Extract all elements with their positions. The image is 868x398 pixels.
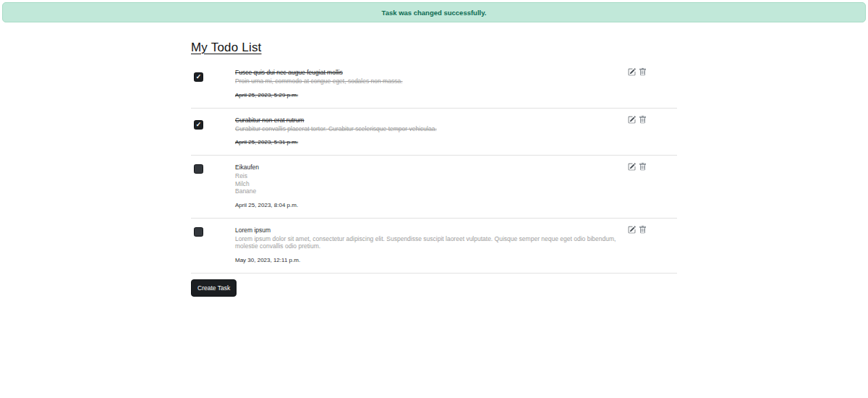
delete-task-button[interactable] <box>639 163 647 171</box>
delete-task-button[interactable] <box>639 68 647 76</box>
pencil-square-icon <box>628 116 636 124</box>
edit-task-button[interactable] <box>628 226 636 234</box>
task-checkbox[interactable] <box>194 227 203 237</box>
edit-task-button[interactable] <box>628 68 636 76</box>
task-actions <box>628 226 647 234</box>
task-checkbox-column <box>191 164 235 177</box>
pencil-square-icon <box>628 68 636 76</box>
task-list: ✓ Fusce quis dui nec augue feugiat molli… <box>191 61 677 274</box>
task-body: Fusce quis dui nec augue feugiat mollis … <box>235 69 677 99</box>
task-checkbox-column <box>191 226 235 240</box>
task-description: Proin urna mi, commodo at congue eget, s… <box>235 77 622 85</box>
success-banner: Task was changed successfully. <box>2 2 866 22</box>
task-date: May 30, 2023, 12:11 p.m. <box>235 257 622 264</box>
task-date: April 25, 2023, 8:04 p.m. <box>235 202 622 209</box>
edit-task-button[interactable] <box>628 116 636 124</box>
success-banner-message: Task was changed successfully. <box>382 9 487 17</box>
task-row: Eikaufen Reis Milch Banane April 25, 202… <box>191 156 677 219</box>
task-checkbox[interactable]: ✓ <box>194 120 203 130</box>
pencil-square-icon <box>628 163 636 171</box>
task-description: Reis Milch Banane <box>235 172 622 195</box>
delete-task-button[interactable] <box>639 226 647 234</box>
task-body: Lorem ipsum Lorem ipsum dolor sit amet, … <box>235 226 677 264</box>
task-date: April 25, 2023, 5:31 p.m. <box>235 139 622 146</box>
trash-icon <box>639 116 647 124</box>
task-actions <box>628 116 647 124</box>
task-date: April 25, 2023, 5:29 p.m. <box>235 92 622 99</box>
edit-task-button[interactable] <box>628 163 636 171</box>
task-title: Curabitur non erat rutrum <box>235 117 622 124</box>
trash-icon <box>639 68 647 76</box>
task-body: Curabitur non erat rutrum Curabitur conv… <box>235 117 677 147</box>
task-title: Lorem ipsum <box>235 226 622 234</box>
task-checkbox-column: ✓ <box>191 117 235 130</box>
delete-task-button[interactable] <box>639 116 647 124</box>
trash-icon <box>639 226 647 234</box>
task-checkbox[interactable] <box>194 164 203 174</box>
task-title: Eikaufen <box>235 164 622 172</box>
task-description: Lorem ipsum dolor sit amet, consectetur … <box>235 235 622 250</box>
trash-icon <box>639 163 647 171</box>
task-body: Eikaufen Reis Milch Banane April 25, 202… <box>235 164 677 209</box>
task-row: Lorem ipsum Lorem ipsum dolor sit amet, … <box>191 219 677 274</box>
task-actions <box>628 163 647 171</box>
task-title: Fusce quis dui nec augue feugiat mollis <box>235 69 622 77</box>
task-row: ✓ Curabitur non erat rutrum Curabitur co… <box>191 109 677 156</box>
task-row: ✓ Fusce quis dui nec augue feugiat molli… <box>191 61 677 109</box>
task-description: Curabitur convallis placerat tortor. Cur… <box>235 125 622 133</box>
todo-container: My Todo List ✓ Fusce quis dui nec augue … <box>191 41 677 297</box>
pencil-square-icon <box>628 226 636 234</box>
create-task-button[interactable]: Create Task <box>191 279 237 297</box>
task-checkbox-column: ✓ <box>191 69 235 82</box>
task-actions <box>628 68 647 76</box>
page-title: My Todo List <box>191 41 677 55</box>
task-checkbox[interactable]: ✓ <box>194 72 203 82</box>
